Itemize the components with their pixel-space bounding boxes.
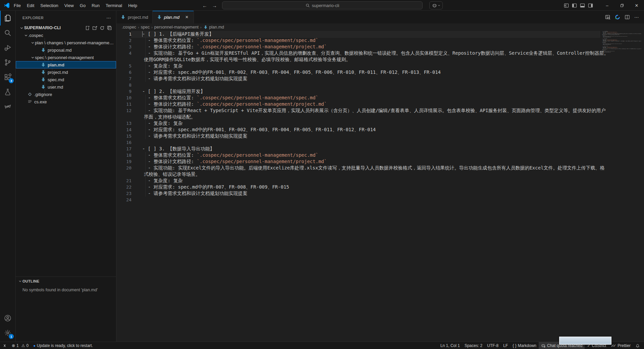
update-notification[interactable]: ● Update is ready, click to restart.	[31, 342, 95, 349]
cursor-position[interactable]: Ln 1, Col 1	[438, 342, 462, 349]
close-button[interactable]: ✕	[629, 0, 644, 11]
activity-extensions[interactable]: 3	[0, 70, 15, 85]
restore-button[interactable]	[614, 0, 629, 11]
breadcrumb-item[interactable]: personnel-management	[154, 25, 199, 30]
tree-item-plan-changes-personnel-management-ba...[interactable]: plan \ changes \ personnel-management-ba…	[16, 39, 116, 46]
indentation[interactable]: Spaces: 2	[462, 342, 485, 349]
activity-search[interactable]	[0, 26, 15, 40]
tree-item-user.md[interactable]: user.md	[16, 83, 116, 91]
chevron-down-icon	[19, 26, 24, 30]
status-bar-right: Ln 1, Col 1 Spaces: 2 UTF-8 LF { } Markd…	[438, 342, 644, 349]
menu-file[interactable]: File	[11, 2, 24, 9]
close-tab-icon[interactable]: ✕	[184, 15, 190, 19]
toggle-panel-icon[interactable]	[580, 3, 585, 8]
refresh-icon[interactable]	[100, 26, 105, 31]
breadcrumb-separator: ›	[151, 25, 153, 29]
tab-label: plan.md	[164, 15, 179, 20]
remote-indicator[interactable]	[0, 342, 9, 349]
open-preview-icon[interactable]	[605, 14, 610, 20]
command-center-search[interactable]: supermario-cli	[222, 1, 423, 9]
costrict-sync-icon[interactable]	[615, 14, 620, 20]
toggle-secondary-sidebar-icon[interactable]	[588, 3, 593, 8]
activity-testing[interactable]	[0, 85, 15, 99]
code-line: 7- 请参考需求文档和设计文档规划功能实现提案	[116, 76, 644, 82]
new-folder-icon[interactable]	[92, 26, 97, 31]
prettier-status[interactable]: ✓✓ Prettier	[608, 342, 633, 349]
split-editor-icon[interactable]	[625, 14, 630, 20]
markdown-file-icon	[41, 69, 46, 75]
new-file-icon[interactable]	[85, 26, 90, 31]
window-controls: – ✕	[600, 0, 644, 11]
beaker-icon	[4, 88, 11, 96]
history-nav: ← →	[202, 0, 217, 11]
line-number: 12	[116, 107, 131, 114]
workspace-root-label: SUPERMARIO-CLI	[24, 26, 61, 30]
problems-indicator[interactable]: ⊗ 1 ⚠ 0	[9, 342, 31, 349]
tree-item-project.md[interactable]: project.md	[16, 68, 116, 76]
line-number	[116, 56, 131, 63]
menu-edit[interactable]: Edit	[24, 2, 37, 9]
menu-run[interactable]: Run	[89, 2, 103, 9]
menu-go[interactable]: Go	[77, 2, 89, 9]
line-text: - 实现功能: 基于Go + Gin框架开发RESTful API，实现人员信息…	[148, 50, 608, 56]
code-line: 使用GORM操作SQLite数据库，实现手机号唯一性校验、必填字段校验、邮箱格式…	[116, 56, 644, 63]
menu-view[interactable]: View	[61, 2, 77, 9]
breadcrumb-item[interactable]: spec	[141, 25, 150, 30]
tree-item-cs.exe[interactable]: cs.exe	[16, 98, 116, 105]
tree-item-spec.md[interactable]: spec.md	[16, 76, 116, 83]
forward-arrow-icon[interactable]: →	[212, 3, 217, 8]
tree-item-plan.md[interactable]: plan.md	[16, 61, 116, 68]
code-line: 22- 对应需求: spec.md中的FR-007、FR-008、FR-009、…	[116, 184, 644, 190]
workspace-root-row[interactable]: SUPERMARIO-CLI	[16, 24, 116, 32]
editor-content[interactable]: 1- [ ] 1. 【后端API服务开发】2- 整体需求文档位置: `.cosp…	[116, 31, 644, 342]
activity-explorer[interactable]	[0, 11, 15, 26]
minimap[interactable]: 1- [ ] 1. 【后端API服务开发】2- 整体需求文档位置: `.cosp…	[601, 31, 641, 266]
tree-item-.cospec[interactable]: .cospec	[16, 32, 116, 39]
copilot-menu-button[interactable]	[429, 1, 443, 9]
breadcrumb-item[interactable]: plan.md	[203, 25, 224, 30]
markdown-file-icon	[203, 25, 208, 30]
debug-icon	[4, 44, 11, 51]
line-number: 3	[116, 44, 131, 50]
toggle-primary-sidebar-icon[interactable]	[572, 3, 577, 8]
activity-settings[interactable]: 1	[0, 326, 15, 340]
code-line: 6- 对应需求: spec.md中的FR-001、FR-002、FR-003、F…	[116, 69, 644, 76]
tab-plan.md[interactable]: plan.md✕	[153, 11, 194, 23]
activity-bowtie-extension[interactable]	[0, 99, 15, 114]
sidebar-more-actions-icon[interactable]: ⋯	[106, 15, 111, 20]
tab-project.md[interactable]: project.md	[116, 11, 153, 23]
outline-header[interactable]: OUTLINE	[16, 277, 116, 286]
line-number: 6	[116, 69, 131, 76]
minimize-button[interactable]: –	[600, 0, 614, 11]
language-mode[interactable]: { } Markdown	[510, 342, 539, 349]
line-number: 13	[116, 120, 131, 127]
activity-run-and-debug[interactable]	[0, 40, 15, 55]
line-text: - 实现功能: 基于React + TypeScript + Vite开发单页应…	[602, 41, 641, 42]
more-actions-icon[interactable]: ⋯	[634, 14, 639, 20]
activity-bar: 3 1	[0, 11, 16, 342]
collapse-all-icon[interactable]	[107, 26, 112, 31]
menu-terminal[interactable]: Terminal	[103, 2, 125, 9]
activity-source-control[interactable]	[0, 55, 15, 70]
back-arrow-icon[interactable]: ←	[202, 3, 207, 8]
braces-icon: { }	[513, 343, 516, 348]
markdown-file-icon	[41, 84, 46, 90]
menu-help[interactable]: Help	[125, 2, 140, 9]
sidebar-header: EXPLORER ⋯	[16, 14, 116, 21]
eol-sequence[interactable]: LF	[501, 342, 510, 349]
tree-item-label: .gitignore	[34, 92, 52, 97]
customize-layout-icon[interactable]	[564, 3, 569, 8]
encoding[interactable]: UTF-8	[485, 342, 501, 349]
line-text: - 复杂度: 复杂	[148, 178, 183, 184]
tree-item-spec-personnel-management[interactable]: spec \ personnel-management	[16, 54, 116, 61]
line-text: - 复杂度: 复杂	[148, 63, 183, 69]
tree-item-proposal.md[interactable]: proposal.md	[16, 46, 116, 54]
line-text: - 整体需求文档位置: `.cospec/spec/personnel-mana…	[148, 95, 318, 101]
tree-item-.gitignore[interactable]: .gitignore	[16, 91, 116, 98]
menu-selection[interactable]: Selection	[37, 2, 61, 9]
line-text: - 请参考需求文档和设计文档规划功能实现提案	[148, 190, 248, 197]
activity-accounts[interactable]	[0, 311, 15, 326]
breadcrumb-item[interactable]: .cospec	[122, 25, 136, 30]
activity-bar-top: 3	[0, 11, 15, 114]
notifications-bell[interactable]	[633, 342, 644, 349]
